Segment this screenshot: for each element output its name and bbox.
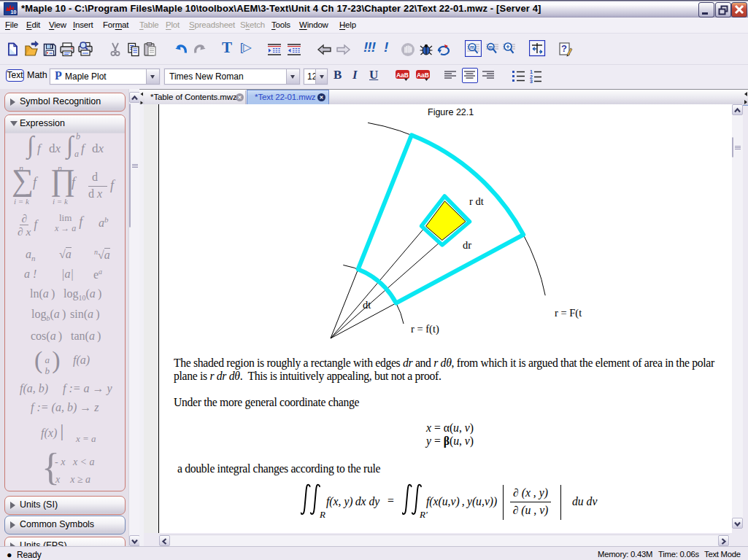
svg-text:r = f(t): r = f(t): [411, 323, 439, 335]
svg-text:10: 10: [11, 9, 17, 15]
svg-text:?: ?: [561, 43, 567, 54]
svg-text:r = F(t: r = F(t: [555, 307, 582, 319]
svg-text:dr: dr: [463, 239, 471, 251]
svg-text:r dt: r dt: [469, 195, 484, 207]
svg-text:m: m: [489, 44, 493, 50]
svg-text:1: 1: [530, 69, 533, 74]
svg-text:AaB: AaB: [417, 71, 429, 79]
svg-text:dt: dt: [363, 299, 371, 311]
svg-text:3: 3: [530, 79, 533, 83]
svg-text:m: m: [470, 44, 474, 50]
svg-text:AaB: AaB: [396, 71, 409, 79]
